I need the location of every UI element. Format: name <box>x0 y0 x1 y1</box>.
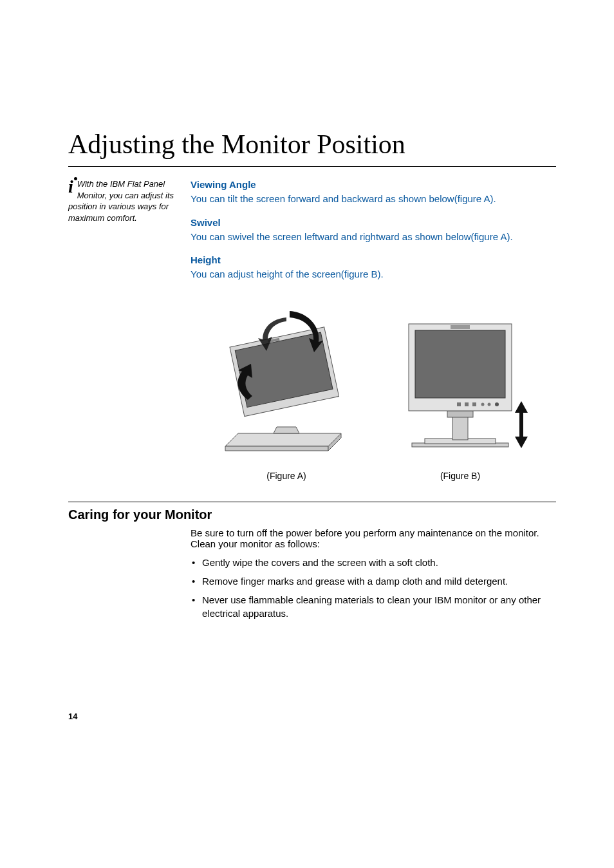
monitor-tilt-illustration <box>212 305 360 459</box>
svg-rect-16 <box>472 402 476 406</box>
figure-b-caption: (Figure B) <box>386 470 534 482</box>
section-heading: Viewing Angle <box>191 178 556 191</box>
list-item: Gently wipe the covers and the screen wi… <box>202 556 556 569</box>
section-text: You can swivel the screen leftward and r… <box>191 231 556 243</box>
svg-marker-20 <box>515 401 528 448</box>
list-item: Remove finger marks and grease with a da… <box>202 574 556 588</box>
two-column-layout: i With the IBM Flat Panel Monitor, you c… <box>68 178 556 482</box>
svg-point-19 <box>495 402 499 406</box>
svg-marker-0 <box>225 433 341 446</box>
svg-marker-1 <box>225 446 328 451</box>
caring-intro: Be sure to turn off the power before you… <box>191 527 556 549</box>
sidebar-note: i With the IBM Flat Panel Monitor, you c… <box>68 178 191 223</box>
svg-marker-3 <box>274 427 299 433</box>
page-title: Adjusting the Monitor Position <box>68 129 556 160</box>
svg-rect-14 <box>457 402 461 406</box>
svg-rect-13 <box>451 325 470 329</box>
svg-point-18 <box>488 402 491 406</box>
figures-row: (Figure A) <box>191 305 556 482</box>
figure-a-caption: (Figure A) <box>212 470 360 482</box>
section-heading: Swivel <box>191 216 556 229</box>
caring-bullets: Gently wipe the covers and the screen wi… <box>191 556 556 620</box>
list-item: Never use flammable cleaning materials t… <box>202 593 556 620</box>
section-heading: Height <box>191 254 556 267</box>
svg-rect-10 <box>447 411 473 417</box>
figure-a: (Figure A) <box>212 305 360 482</box>
section-height: Height You can adjust height of the scre… <box>191 254 556 281</box>
main-content: Viewing Angle You can tilt the screen fo… <box>191 178 556 482</box>
svg-rect-9 <box>452 414 468 440</box>
section-viewing-angle: Viewing Angle You can tilt the screen fo… <box>191 178 556 206</box>
caring-heading: Caring for your Monitor <box>68 507 556 522</box>
document-page: Adjusting the Monitor Position i With th… <box>0 0 614 868</box>
title-divider <box>68 166 556 167</box>
section-swivel: Swivel You can swivel the screen leftwar… <box>191 216 556 244</box>
caring-body: Be sure to turn off the power before you… <box>191 527 556 620</box>
svg-rect-15 <box>465 402 469 406</box>
svg-rect-12 <box>415 330 505 398</box>
figure-b: (Figure B) <box>386 305 534 482</box>
page-number: 14 <box>68 712 77 721</box>
section-text: You can tilt the screen forward and back… <box>191 193 556 205</box>
svg-point-17 <box>481 402 485 406</box>
monitor-height-illustration <box>386 305 534 459</box>
sidebar-text: With the IBM Flat Panel Monitor, you can… <box>68 179 174 223</box>
section-text: You can adjust height of the screen(figu… <box>191 268 556 281</box>
section-divider <box>68 502 556 502</box>
info-icon: i <box>68 178 73 194</box>
